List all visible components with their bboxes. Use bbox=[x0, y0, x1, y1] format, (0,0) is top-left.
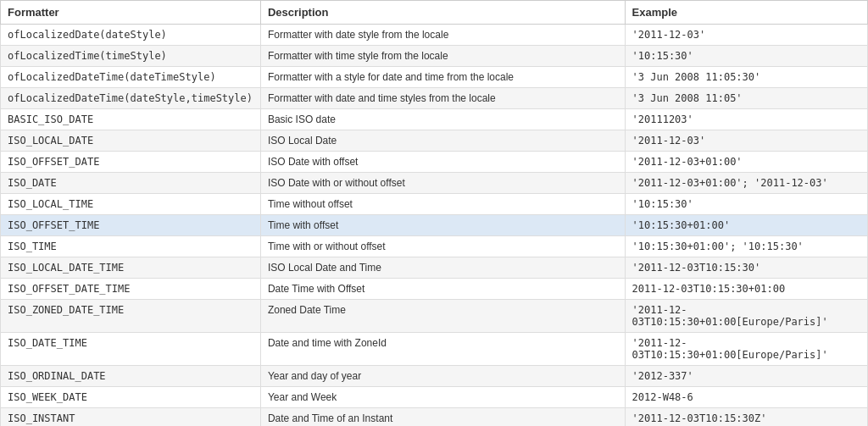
cell-description: Time with or without offset bbox=[260, 236, 625, 257]
cell-description: Time with offset bbox=[260, 215, 625, 236]
cell-description: ISO Date with or without offset bbox=[260, 173, 625, 194]
cell-description: Formatter with date style from the local… bbox=[260, 25, 625, 46]
table-row: ISO_LOCAL_TIMETime without offset'10:15:… bbox=[1, 194, 868, 215]
cell-description: ISO Local Date and Time bbox=[260, 257, 625, 279]
table-row: ofLocalizedDateTime(dateStyle,timeStyle)… bbox=[1, 88, 868, 109]
cell-formatter: ISO_OFFSET_TIME bbox=[1, 215, 261, 236]
table-row: ISO_DATEISO Date with or without offset'… bbox=[1, 173, 868, 194]
header-description: Description bbox=[260, 1, 625, 25]
table-row: ISO_ZONED_DATE_TIMEZoned Date Time'2011-… bbox=[1, 300, 868, 333]
cell-example: 2011-12-03T10:15:30+01:00 bbox=[625, 279, 867, 300]
cell-example: '2011-12-03+01:00'; '2011-12-03' bbox=[625, 173, 867, 194]
cell-formatter: BASIC_ISO_DATE bbox=[1, 109, 261, 130]
cell-description: ISO Local Date bbox=[260, 130, 625, 152]
cell-example: '10:15:30' bbox=[625, 194, 867, 215]
table-row: ISO_OFFSET_DATE_TIMEDate Time with Offse… bbox=[1, 279, 868, 300]
cell-formatter: ISO_ZONED_DATE_TIME bbox=[1, 300, 261, 333]
cell-formatter: ISO_DATE bbox=[1, 173, 261, 194]
table-row: BASIC_ISO_DATEBasic ISO date'20111203' bbox=[1, 109, 868, 130]
cell-example: '2011-12-03T10:15:30+01:00[Europe/Paris]… bbox=[625, 333, 867, 366]
cell-description: Date and Time of an Instant bbox=[260, 408, 625, 427]
cell-description: Formatter with a style for date and time… bbox=[260, 67, 625, 88]
cell-formatter: ISO_LOCAL_DATE_TIME bbox=[1, 257, 261, 279]
cell-example: '3 Jun 2008 11:05' bbox=[625, 88, 867, 109]
cell-example: '10:15:30' bbox=[625, 46, 867, 67]
cell-formatter: ofLocalizedTime(timeStyle) bbox=[1, 46, 261, 67]
table-row: ISO_OFFSET_TIMETime with offset'10:15:30… bbox=[1, 215, 868, 236]
cell-example: '2011-12-03T10:15:30' bbox=[625, 257, 867, 279]
cell-description: Formatter with time style from the local… bbox=[260, 46, 625, 67]
cell-example: 2012-W48-6 bbox=[625, 387, 867, 408]
table-row: ISO_TIMETime with or without offset'10:1… bbox=[1, 236, 868, 257]
cell-formatter: ISO_INSTANT bbox=[1, 408, 261, 427]
cell-example: '3 Jun 2008 11:05:30' bbox=[625, 67, 867, 88]
cell-formatter: ISO_DATE_TIME bbox=[1, 333, 261, 366]
cell-example: '2012-337' bbox=[625, 366, 867, 387]
cell-formatter: ISO_OFFSET_DATE_TIME bbox=[1, 279, 261, 300]
cell-formatter: ISO_WEEK_DATE bbox=[1, 387, 261, 408]
cell-example: '2011-12-03' bbox=[625, 130, 867, 152]
cell-formatter: ISO_LOCAL_TIME bbox=[1, 194, 261, 215]
table-row: ISO_INSTANTDate and Time of an Instant'2… bbox=[1, 408, 868, 427]
cell-description: Year and day of year bbox=[260, 366, 625, 387]
table-row: ISO_DATE_TIMEDate and time with ZoneId'2… bbox=[1, 333, 868, 366]
cell-description: Zoned Date Time bbox=[260, 300, 625, 333]
table-row: ISO_ORDINAL_DATEYear and day of year'201… bbox=[1, 366, 868, 387]
cell-description: Basic ISO date bbox=[260, 109, 625, 130]
header-formatter: Formatter bbox=[1, 1, 261, 25]
table-row: ISO_WEEK_DATEYear and Week2012-W48-6 bbox=[1, 387, 868, 408]
cell-example: '20111203' bbox=[625, 109, 867, 130]
cell-description: Date and time with ZoneId bbox=[260, 333, 625, 366]
cell-formatter: ISO_LOCAL_DATE bbox=[1, 130, 261, 152]
table-row: ISO_LOCAL_DATEISO Local Date'2011-12-03' bbox=[1, 130, 868, 152]
cell-example: '2011-12-03T10:15:30+01:00[Europe/Paris]… bbox=[625, 300, 867, 333]
table-row: ofLocalizedDate(dateStyle)Formatter with… bbox=[1, 25, 868, 46]
cell-formatter: ofLocalizedDate(dateStyle) bbox=[1, 25, 261, 46]
cell-example: '10:15:30+01:00'; '10:15:30' bbox=[625, 236, 867, 257]
cell-formatter: ISO_ORDINAL_DATE bbox=[1, 366, 261, 387]
cell-example: '2011-12-03T10:15:30Z' bbox=[625, 408, 867, 427]
cell-description: Year and Week bbox=[260, 387, 625, 408]
cell-description: Formatter with date and time styles from… bbox=[260, 88, 625, 109]
table-row: ofLocalizedTime(timeStyle)Formatter with… bbox=[1, 46, 868, 67]
table-row: ISO_OFFSET_DATEISO Date with offset'2011… bbox=[1, 152, 868, 173]
table-row: ISO_LOCAL_DATE_TIMEISO Local Date and Ti… bbox=[1, 257, 868, 279]
cell-formatter: ofLocalizedDateTime(dateTimeStyle) bbox=[1, 67, 261, 88]
formatter-table: Formatter Description Example ofLocalize… bbox=[0, 0, 868, 426]
cell-example: '2011-12-03' bbox=[625, 25, 867, 46]
cell-description: Date Time with Offset bbox=[260, 279, 625, 300]
cell-formatter: ISO_OFFSET_DATE bbox=[1, 152, 261, 173]
cell-formatter: ISO_TIME bbox=[1, 236, 261, 257]
cell-example: '2011-12-03+01:00' bbox=[625, 152, 867, 173]
cell-example: '10:15:30+01:00' bbox=[625, 215, 867, 236]
table-row: ofLocalizedDateTime(dateTimeStyle)Format… bbox=[1, 67, 868, 88]
cell-description: Time without offset bbox=[260, 194, 625, 215]
header-example: Example bbox=[625, 1, 867, 25]
cell-description: ISO Date with offset bbox=[260, 152, 625, 173]
table-header-row: Formatter Description Example bbox=[1, 1, 868, 25]
cell-formatter: ofLocalizedDateTime(dateStyle,timeStyle) bbox=[1, 88, 261, 109]
